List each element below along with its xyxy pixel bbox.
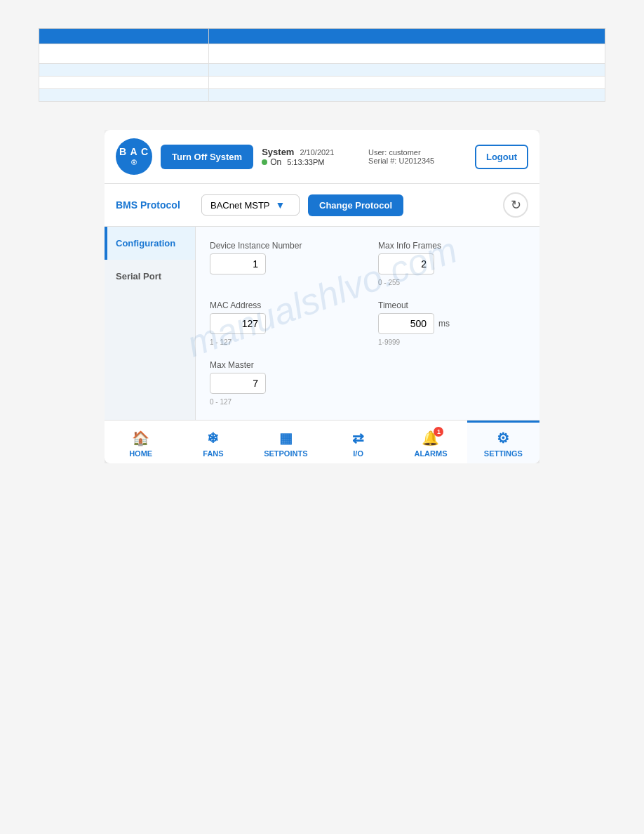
field-label-device-instance: Device Instance Number: [210, 241, 357, 251]
top-table-section: [0, 0, 644, 116]
nav-label-settings: SETTINGS: [484, 449, 523, 458]
settings-icon: ⚙: [497, 430, 509, 446]
serial-label: Serial #: U2012345: [368, 157, 467, 165]
nav-label-home: HOME: [129, 449, 152, 458]
system-time: 5:13:33PM: [287, 158, 324, 166]
sidebar-item-label: Configuration: [116, 238, 175, 249]
table-row-2: [39, 64, 605, 77]
nav-item-home[interactable]: 🏠 HOME: [105, 421, 177, 463]
home-icon: 🏠: [132, 430, 149, 446]
ui-card-wrapper: B A C ® Turn Off System System 2/10/2021…: [105, 130, 539, 463]
sidebar-item-serial-port[interactable]: Serial Port: [105, 260, 195, 293]
config-grid: Device Instance Number Max Info Frames: [210, 241, 525, 406]
system-label: System: [262, 147, 294, 157]
table-row-1: [39, 44, 605, 64]
user-label: User: customer: [368, 148, 467, 157]
protocol-select[interactable]: BACnet MSTP ▼: [201, 194, 300, 216]
field-label-max-info-frames: Max Info Frames: [378, 241, 525, 251]
logo-text: B A C ®: [119, 146, 149, 167]
field-input-row: [210, 253, 357, 274]
field-max-master: Max Master 0 - 127: [210, 360, 357, 406]
mac-address-input[interactable]: [210, 313, 266, 334]
sidebar-item-configuration[interactable]: Configuration: [105, 227, 195, 260]
table-row-4: [39, 89, 605, 102]
nav-item-io[interactable]: ⇄ I/O: [322, 421, 394, 463]
status-dot: [262, 159, 267, 165]
dropdown-arrow-icon: ▼: [276, 199, 286, 211]
alarm-badge: 1: [434, 427, 443, 437]
user-info: User: customer Serial #: U2012345: [368, 148, 467, 165]
field-mac-address: MAC Address 1 - 127: [210, 300, 357, 346]
field-range-max-master: 0 - 127: [210, 398, 357, 406]
ui-card: B A C ® Turn Off System System 2/10/2021…: [105, 130, 539, 463]
nav-label-fans: FANS: [203, 449, 223, 458]
nav-label-io: I/O: [353, 449, 363, 458]
io-icon: ⇄: [352, 430, 364, 446]
config-area: Device Instance Number Max Info Frames: [196, 227, 539, 420]
nav-label-alarms: ALARMS: [414, 449, 447, 458]
table-cell: [209, 44, 605, 64]
back-button[interactable]: ↻: [503, 192, 528, 218]
table-cell: [209, 89, 605, 102]
header: B A C ® Turn Off System System 2/10/2021…: [105, 130, 539, 184]
content-area: Configuration Serial Port Device Instanc…: [105, 227, 539, 420]
field-label-timeout: Timeout: [378, 300, 525, 310]
field-max-info-frames: Max Info Frames 0 - 255: [378, 241, 525, 286]
protocol-value: BACnet MSTP: [210, 200, 270, 211]
setpoints-icon: ▦: [279, 430, 293, 446]
system-date: 2/10/2021: [300, 148, 334, 157]
field-input-row: [210, 313, 357, 334]
table-row-header: [39, 29, 605, 44]
system-status: On 5:13:33PM: [262, 157, 360, 167]
protocol-row: BMS Protocol BACnet MSTP ▼ Change Protoc…: [105, 184, 539, 227]
table-cell: [39, 44, 209, 64]
fans-icon: ❄: [207, 430, 219, 446]
field-input-row: ms: [378, 313, 525, 334]
field-input-row: [210, 373, 357, 394]
table-cell: [39, 77, 209, 89]
timeout-input[interactable]: [378, 313, 434, 334]
change-protocol-button[interactable]: Change Protocol: [308, 194, 403, 216]
max-info-frames-input[interactable]: [378, 253, 434, 274]
table-cell: [39, 89, 209, 102]
field-label-mac-address: MAC Address: [210, 300, 357, 310]
field-range-timeout: 1-9999: [378, 338, 525, 346]
logo-registered: ®: [119, 158, 149, 167]
table-cell: [209, 77, 605, 89]
field-timeout: Timeout ms 1-9999: [378, 300, 525, 346]
table-cell: [209, 29, 605, 44]
device-instance-input[interactable]: [210, 253, 266, 274]
max-master-input[interactable]: [210, 373, 266, 394]
field-range-mac-address: 1 - 127: [210, 338, 357, 346]
sidebar: Configuration Serial Port: [105, 227, 196, 420]
nav-item-settings[interactable]: ⚙ SETTINGS: [467, 421, 539, 463]
turn-off-button[interactable]: Turn Off System: [161, 145, 253, 169]
table-cell: [209, 64, 605, 77]
field-range-max-info-frames: 0 - 255: [378, 279, 525, 286]
nav-item-fans[interactable]: ❄ FANS: [177, 421, 249, 463]
bac-logo: B A C ®: [116, 138, 152, 175]
nav-item-alarms[interactable]: 🔔 1 ALARMS: [394, 421, 467, 463]
system-info: System 2/10/2021 On 5:13:33PM: [262, 147, 360, 167]
field-input-row: [378, 253, 525, 274]
table-cell: [39, 29, 209, 44]
field-label-max-master: Max Master: [210, 360, 357, 370]
ui-wrapper: B A C ® Turn Off System System 2/10/2021…: [0, 116, 644, 491]
bottom-nav: 🏠 HOME ❄ FANS ▦ SETPOINTS ⇄ I/O 🔔: [105, 420, 539, 463]
timeout-unit: ms: [438, 319, 450, 329]
alarms-icon-wrapper: 🔔 1: [422, 430, 439, 446]
status-on-label: On: [270, 157, 281, 167]
top-table: [39, 28, 605, 102]
bms-protocol-label: BMS Protocol: [116, 199, 193, 211]
table-cell: [39, 64, 209, 77]
nav-label-setpoints: SETPOINTS: [264, 449, 307, 458]
table-row-3: [39, 77, 605, 89]
field-device-instance-number: Device Instance Number: [210, 241, 357, 286]
logout-button[interactable]: Logout: [475, 145, 528, 169]
logo-bac: B A C: [119, 146, 149, 158]
sidebar-item-label: Serial Port: [116, 271, 161, 282]
nav-item-setpoints[interactable]: ▦ SETPOINTS: [250, 421, 322, 463]
